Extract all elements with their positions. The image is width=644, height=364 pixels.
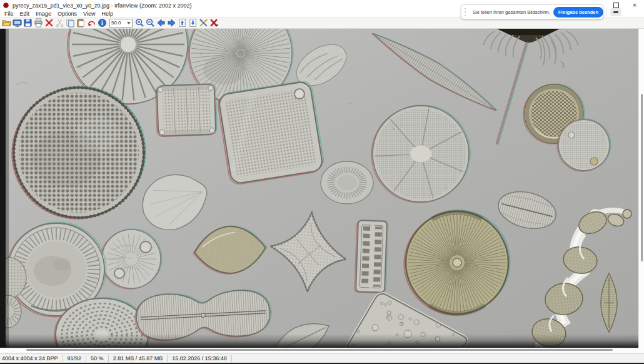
arrow-left-icon	[156, 18, 166, 28]
open-button[interactable]	[1, 18, 12, 28]
next-file-button[interactable]	[166, 18, 177, 28]
zoom-out-button[interactable]	[145, 18, 156, 28]
window-title: pyrecy_zax15_pd1_vie3_x0_y0_z0.jpg - Irf…	[13, 3, 192, 9]
copy-icon	[66, 18, 75, 28]
cut-scissors-icon	[55, 18, 64, 28]
zoom-in-button[interactable]	[134, 18, 145, 28]
copy-button[interactable]	[65, 18, 76, 28]
undo-arrow-icon	[87, 18, 96, 28]
menu-file[interactable]: File	[1, 11, 17, 17]
paste-clipboard-icon	[76, 18, 86, 28]
page-up-icon	[178, 18, 187, 28]
zoom-out-icon	[146, 18, 155, 28]
menu-image[interactable]: Image	[33, 11, 54, 17]
status-image-dimensions: 4004 x 4004 x 24 BPP	[0, 355, 63, 362]
maximize-icon	[613, 3, 619, 8]
banner-divider	[606, 8, 607, 16]
hide-banner-icon	[613, 11, 618, 13]
page-down-icon	[188, 18, 198, 28]
cut-button[interactable]	[54, 18, 65, 28]
open-folder-icon	[2, 18, 11, 28]
menu-edit[interactable]: Edit	[17, 11, 33, 17]
status-datetime: 15.02.2026 / 15:36:48	[168, 355, 232, 362]
stop-sharing-button[interactable]: Freigabe beenden	[553, 7, 603, 18]
zoom-value: 50.0	[111, 20, 121, 26]
exit-icon	[209, 18, 219, 28]
info-icon	[98, 18, 107, 28]
menu-options[interactable]: Options	[54, 11, 80, 17]
menu-help[interactable]: Help	[98, 11, 116, 17]
menu-view[interactable]: View	[80, 11, 98, 17]
slideshow-icon	[13, 18, 22, 28]
micrograph-image	[0, 29, 638, 348]
drag-handle-icon[interactable]	[465, 8, 466, 16]
page-up-button[interactable]	[177, 18, 188, 28]
save-floppy-icon	[23, 18, 33, 28]
irfanview-window: pyrecy_zax15_pd1_vie3_x0_y0_z0.jpg - Irf…	[0, 0, 644, 364]
print-button[interactable]	[33, 18, 44, 28]
save-button[interactable]	[23, 18, 33, 28]
horizontal-scrollbar-thumb[interactable]	[26, 349, 613, 351]
undo-button[interactable]	[86, 18, 97, 28]
slideshow-button[interactable]	[12, 18, 23, 28]
chevron-down-icon	[127, 22, 131, 24]
scrollbar-corner	[638, 348, 644, 353]
crossed-tools-icon	[199, 18, 208, 28]
status-zoom-percent: 50 %	[86, 355, 109, 362]
screen-share-banner: Sie teilen Ihren gesamten Bildschirm. Fr…	[461, 4, 603, 19]
image-viewport[interactable]	[0, 29, 638, 348]
zoom-in-icon	[135, 18, 144, 28]
status-file-size: 2.81 MB / 45.87 MB	[109, 355, 168, 362]
close-icon: ×	[633, 2, 636, 9]
share-message: Sie teilen Ihren gesamten Bildschirm.	[473, 9, 550, 15]
properties-button[interactable]	[198, 18, 209, 28]
vertical-scrollbar-thumb[interactable]	[641, 94, 643, 261]
delete-icon	[44, 18, 54, 28]
page-down-button[interactable]	[188, 18, 198, 28]
delete-button[interactable]	[44, 18, 54, 28]
status-file-index: 91/92	[63, 355, 87, 362]
zoom-combobox[interactable]: 50.0	[109, 19, 133, 28]
info-button[interactable]	[97, 18, 108, 28]
exit-button[interactable]	[209, 18, 219, 28]
paste-button[interactable]	[76, 18, 86, 28]
hide-banner-button[interactable]	[610, 8, 621, 16]
vertical-scrollbar[interactable]	[638, 29, 644, 348]
previous-file-button[interactable]	[156, 18, 166, 28]
close-button[interactable]: ×	[625, 0, 644, 11]
irfanview-app-icon	[3, 2, 9, 9]
horizontal-scrollbar[interactable]	[0, 348, 638, 353]
print-icon	[34, 18, 43, 28]
arrow-right-icon	[167, 18, 176, 28]
status-bar: 4004 x 4004 x 24 BPP 91/92 50 % 2.81 MB …	[0, 353, 644, 364]
